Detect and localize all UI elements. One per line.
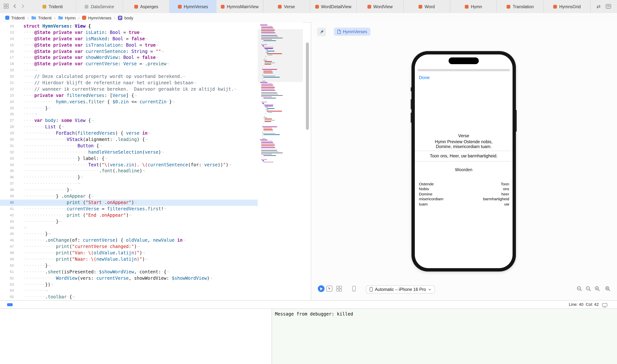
breadcrumb-item-tridenti[interactable]: Tridenti bbox=[5, 15, 25, 20]
code-line[interactable]: 14····@State·private·var·isMasked:·Bool·… bbox=[0, 36, 258, 42]
code-line[interactable]: 34························Text("\(verse.… bbox=[0, 162, 258, 168]
code-line[interactable]: 35····························.font(.hea… bbox=[0, 168, 258, 174]
line-number[interactable]: 36 bbox=[0, 174, 17, 181]
tab-word[interactable]: Word bbox=[404, 0, 450, 13]
code-line[interactable]: 13····@State·private·var·isLatin:·Bool·=… bbox=[0, 29, 258, 36]
tab-wordview[interactable]: WordView bbox=[357, 0, 404, 13]
code-line[interactable]: 18····@State·private·var·currentVerse:·V… bbox=[0, 61, 258, 67]
line-number[interactable]: 32 bbox=[0, 149, 17, 156]
code-line[interactable]: 44¬ bbox=[0, 225, 258, 231]
code-line[interactable]: 29············ForEach(filteredVerses)·{·… bbox=[0, 130, 258, 136]
code-line[interactable]: 24············hymn.verses.filter·{·$0.zi… bbox=[0, 99, 258, 105]
tab-overview-icon[interactable] bbox=[4, 3, 9, 10]
line-number[interactable]: 53 bbox=[0, 281, 17, 288]
code-line[interactable]: 27····var·body:·some·View·{¬ bbox=[0, 118, 258, 124]
device-selector-dropdown[interactable]: Automatic – iPhone 16 Pro bbox=[366, 285, 435, 294]
line-number[interactable]: 41 bbox=[0, 206, 17, 212]
tab-hymnsgrid[interactable]: HymnsGrid bbox=[544, 0, 591, 13]
line-number[interactable]: 30 bbox=[0, 136, 17, 143]
code-line[interactable]: 10struct·HymnVerses:·View·{ bbox=[0, 23, 258, 29]
selectable-mode-button[interactable] bbox=[326, 286, 332, 293]
line-number[interactable]: 42 bbox=[0, 212, 17, 218]
code-line[interactable]: 47············print("currentVerse·change… bbox=[0, 244, 258, 250]
device-settings-button[interactable] bbox=[351, 286, 357, 293]
line-number[interactable]: 47 bbox=[0, 244, 17, 250]
preview-target-chip[interactable]: HymnVerses bbox=[334, 28, 370, 36]
code-editor[interactable]: 10struct·HymnVerses:·View·{13····@State·… bbox=[0, 22, 258, 300]
line-number[interactable]: 37 bbox=[0, 181, 17, 187]
minimap-viewport[interactable] bbox=[258, 29, 303, 82]
line-number[interactable]: 28 bbox=[0, 124, 17, 130]
zoom-actual-button[interactable] bbox=[586, 286, 592, 292]
line-number[interactable]: 10 bbox=[0, 23, 17, 29]
line-number[interactable]: 44 bbox=[0, 225, 17, 231]
code-line[interactable]: 42················print·("End·.onAppear"… bbox=[0, 212, 258, 218]
line-number[interactable]: 52 bbox=[0, 275, 17, 281]
line-number[interactable]: 22 bbox=[0, 86, 17, 92]
line-number[interactable]: 55 bbox=[0, 294, 17, 300]
code-line[interactable]: 31····················Button·{¬ bbox=[0, 143, 258, 149]
line-number[interactable]: 43 bbox=[0, 218, 17, 225]
code-line[interactable]: 37····················¬ bbox=[0, 181, 258, 187]
breadcrumb-item-hymn[interactable]: Hymn bbox=[58, 15, 76, 20]
editor-scrollbar[interactable] bbox=[306, 42, 309, 130]
breadcrumb-item-tridenti[interactable]: Tridenti bbox=[31, 15, 52, 20]
line-number[interactable]: 51 bbox=[0, 269, 17, 275]
code-line[interactable]: 32························handleVerseSel… bbox=[0, 149, 258, 156]
line-number[interactable]: 16 bbox=[0, 48, 17, 55]
back-button[interactable] bbox=[13, 3, 17, 10]
live-preview-button[interactable] bbox=[318, 285, 325, 292]
code-line[interactable]: 16····@State·private·var·currentSentence… bbox=[0, 48, 258, 55]
line-number[interactable]: 35 bbox=[0, 168, 17, 174]
line-number[interactable]: 46 bbox=[0, 237, 17, 244]
line-number[interactable]: 34 bbox=[0, 162, 17, 168]
line-number[interactable]: 54 bbox=[0, 288, 17, 294]
zoom-in-button[interactable] bbox=[595, 286, 601, 292]
code-line[interactable]: 43············}¬ bbox=[0, 218, 258, 225]
code-line[interactable]: 40················print·("Start·.onAppea… bbox=[0, 199, 258, 206]
code-line[interactable]: 22····//·wanneer·ik·currentVerse·bereken… bbox=[0, 86, 258, 92]
code-line[interactable]: 48············print("Van:·\(oldValue.lat… bbox=[0, 250, 258, 256]
line-number[interactable]: 14 bbox=[0, 36, 17, 42]
line-number[interactable]: 15 bbox=[0, 42, 17, 48]
zoom-out-button[interactable] bbox=[577, 286, 583, 292]
line-number[interactable]: 17 bbox=[0, 55, 17, 61]
code-line[interactable]: 17····@State·private·var·showWordView:·B… bbox=[0, 55, 258, 61]
code-line[interactable]: 49············print("Naar:·\(newValue.la… bbox=[0, 256, 258, 262]
tab-hymn[interactable]: Hymn bbox=[450, 0, 497, 13]
code-line[interactable]: 25········}¬ bbox=[0, 105, 258, 111]
swap-editors-icon[interactable]: ⇄ bbox=[596, 4, 601, 9]
code-line[interactable]: 39············}·.onAppear·{¬ bbox=[0, 193, 258, 199]
code-line[interactable]: 54········¬ bbox=[0, 288, 258, 294]
line-number[interactable]: 40 bbox=[0, 199, 17, 206]
code-line[interactable]: 53········})¬ bbox=[0, 281, 258, 288]
code-line[interactable]: 26····¬ bbox=[0, 111, 258, 118]
debug-console[interactable]: Message from debugger: killed bbox=[272, 309, 617, 364]
zoom-fit-button[interactable] bbox=[605, 286, 611, 292]
line-number[interactable]: 38 bbox=[0, 187, 17, 193]
code-minimap[interactable] bbox=[258, 22, 303, 300]
line-number[interactable]: 33 bbox=[0, 155, 17, 162]
line-number[interactable]: 26 bbox=[0, 111, 17, 118]
code-line[interactable]: 30················VStack(alignment:·.lea… bbox=[0, 136, 258, 143]
pin-preview-button[interactable] bbox=[317, 28, 326, 36]
variables-view[interactable] bbox=[0, 309, 272, 364]
line-number[interactable]: 48 bbox=[0, 250, 17, 256]
line-number[interactable]: 39 bbox=[0, 193, 17, 199]
code-line[interactable]: 28········List·{¬ bbox=[0, 124, 258, 130]
tab-verse[interactable]: Verse bbox=[263, 0, 310, 13]
line-number[interactable]: 19 bbox=[0, 67, 17, 74]
code-line[interactable]: 38················}¬ bbox=[0, 187, 258, 193]
done-button[interactable]: Done bbox=[419, 75, 430, 80]
line-number[interactable]: 31 bbox=[0, 143, 17, 149]
line-number[interactable]: 21 bbox=[0, 80, 17, 86]
line-number[interactable]: 20 bbox=[0, 74, 17, 80]
tab-translation[interactable]: Translation bbox=[497, 0, 544, 13]
verse-translation-row[interactable]: Toon ons, Heer, uw barmhartigheid. bbox=[415, 154, 512, 158]
tab-tridenti[interactable]: Tridenti bbox=[29, 0, 76, 13]
line-number[interactable]: 50 bbox=[0, 262, 17, 269]
line-number[interactable]: 49 bbox=[0, 256, 17, 262]
editor-layout-icon[interactable] bbox=[606, 3, 611, 10]
line-number[interactable]: 25 bbox=[0, 105, 17, 111]
breadcrumb-item-body[interactable]: Pbody bbox=[118, 15, 133, 20]
